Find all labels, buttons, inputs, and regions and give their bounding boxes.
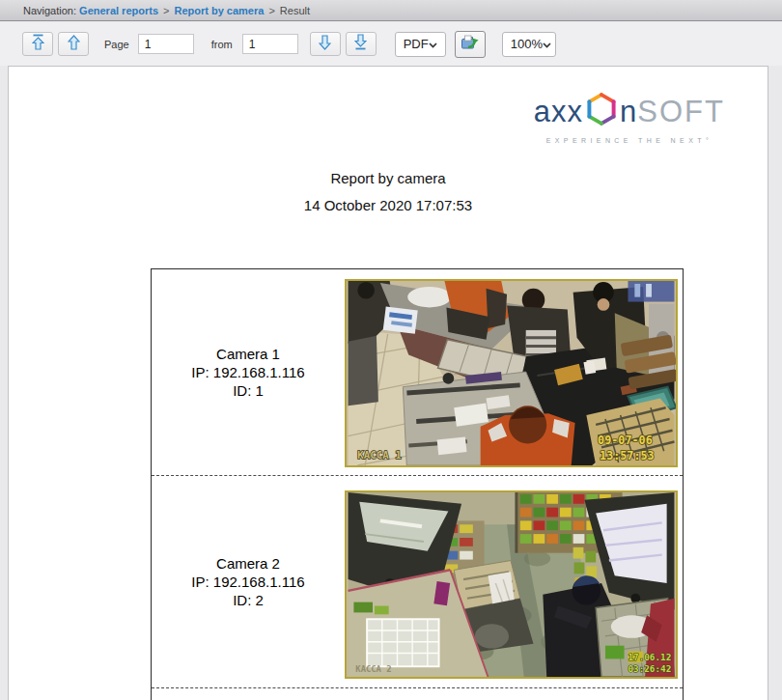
first-page-button[interactable] xyxy=(22,32,53,56)
table-row-camera-2: Camera 2 IP: 192.168.1.116 ID: 2 xyxy=(152,476,683,688)
camera-name: Camera 1 xyxy=(216,345,280,363)
logo-text-n: n xyxy=(620,97,637,126)
export-format-select[interactable]: PDF xyxy=(395,32,446,57)
logo-tagline: EXPERIENCE THE NEXT° xyxy=(534,137,725,144)
breadcrumb: Navigation: General reports > Report by … xyxy=(0,0,782,21)
page-number-input[interactable] xyxy=(138,34,194,54)
camera-1-image-cell: KACCA 1 09-07-06 13:57:53 xyxy=(345,269,683,475)
last-page-button[interactable] xyxy=(346,32,377,56)
camera-id: ID: 1 xyxy=(233,381,264,400)
camera-1-osd-label: KACCA 1 xyxy=(357,449,401,462)
chevron-down-icon xyxy=(429,37,437,51)
report-title: Report by camera xyxy=(9,170,768,186)
camera-2-osd-label: KACCA 2 xyxy=(355,664,391,674)
zoom-level-select[interactable]: 100% xyxy=(502,32,556,57)
logo-text-axx: axx xyxy=(534,97,583,126)
pages-total-input[interactable] xyxy=(242,34,298,54)
camera-1-osd-date: 09-07-06 xyxy=(598,434,653,447)
breadcrumb-link-report-by-camera[interactable]: Report by camera xyxy=(174,5,264,16)
camera-1-osd-time: 13:57:53 xyxy=(600,449,655,462)
page-label: Page xyxy=(104,39,129,50)
camera-2-image-cell: KACCA 2 17.06.12 03:26:42 xyxy=(345,476,683,687)
export-report-icon xyxy=(461,34,480,55)
camera-1-snapshot: KACCA 1 09-07-06 13:57:53 xyxy=(345,279,678,467)
breadcrumb-separator: > xyxy=(158,5,174,16)
arrow-down-icon xyxy=(319,35,331,54)
camera-2-info-cell: Camera 2 IP: 192.168.1.116 ID: 2 xyxy=(152,476,345,687)
report-toolbar: Page from PDF xyxy=(0,22,782,66)
checkout-scene-illustration: KACCA 1 09-07-06 13:57:53 xyxy=(347,281,676,465)
camera-name: Camera 2 xyxy=(216,554,280,573)
breadcrumb-separator: > xyxy=(264,5,279,16)
camera-ip: IP: 192.168.1.116 xyxy=(191,363,304,381)
export-format-value: PDF xyxy=(404,37,429,51)
camera-ip: IP: 192.168.1.116 xyxy=(191,573,304,591)
report-page: axx n SOFT EXPERIENCE THE NEXT° Report b… xyxy=(8,66,768,700)
table-row-camera-1: Camera 1 IP: 192.168.1.116 ID: 1 xyxy=(152,269,683,476)
chevron-down-icon xyxy=(543,37,551,51)
arrow-down-bar-icon xyxy=(354,34,367,54)
camera-report-table: Camera 1 IP: 192.168.1.116 ID: 1 xyxy=(151,268,684,700)
hexagon-o-icon xyxy=(583,92,620,131)
camera-2-osd-date: 17.06.12 xyxy=(628,652,671,662)
table-row-cutoff xyxy=(152,688,683,700)
breadcrumb-current: Result xyxy=(280,5,310,16)
store-aisle-scene-illustration: KACCA 2 17.06.12 03:26:42 xyxy=(347,492,676,677)
axxonsoft-logo: axx n SOFT EXPERIENCE THE NEXT° xyxy=(534,92,725,144)
zoom-level-value: 100% xyxy=(511,37,543,51)
camera-1-info-cell: Camera 1 IP: 192.168.1.116 ID: 1 xyxy=(152,269,345,475)
breadcrumb-link-general-reports[interactable]: General reports xyxy=(79,5,158,16)
previous-page-button[interactable] xyxy=(58,32,89,56)
report-generated-datetime: 14 October 2020 17:07:53 xyxy=(9,197,768,213)
camera-2-osd-time: 03:26:42 xyxy=(628,663,671,674)
camera-2-snapshot: KACCA 2 17.06.12 03:26:42 xyxy=(345,490,678,679)
arrow-up-icon xyxy=(68,35,80,54)
breadcrumb-prefix: Navigation: xyxy=(23,5,79,16)
camera-id: ID: 2 xyxy=(233,591,264,609)
from-label: from xyxy=(211,39,233,50)
logo-text-soft: SOFT xyxy=(637,97,725,126)
next-page-button[interactable] xyxy=(310,32,341,56)
arrow-up-bar-icon xyxy=(32,34,44,54)
export-report-button[interactable] xyxy=(455,31,486,58)
